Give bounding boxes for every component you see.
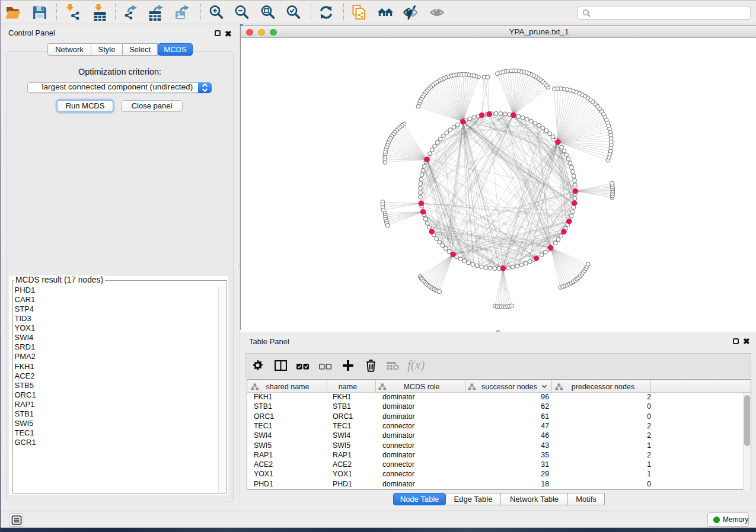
svg-text:f(x): f(x)	[407, 358, 425, 372]
